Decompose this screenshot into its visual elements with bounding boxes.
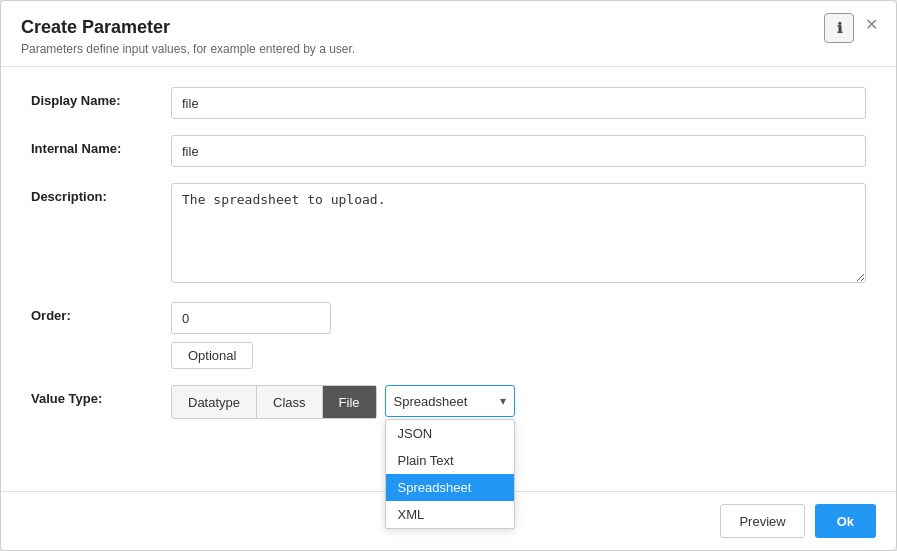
display-name-row: Display Name: [31,87,866,119]
preview-button[interactable]: Preview [720,504,804,538]
order-label: Order: [31,302,171,323]
dropdown-selected-value: Spreadsheet [394,394,496,409]
create-parameter-dialog: Create Parameter Parameters define input… [0,0,897,551]
order-control: Optional [171,302,866,369]
order-input[interactable] [171,302,331,334]
close-icon: ✕ [865,15,878,34]
dialog-header: Create Parameter Parameters define input… [1,1,896,67]
info-icon: ℹ [837,20,842,36]
file-type-dropdown-wrap: Spreadsheet ▾ JSON Plain Text Spreadshee… [385,385,515,417]
internal-name-label: Internal Name: [31,135,171,156]
info-button[interactable]: ℹ [824,13,854,43]
value-type-tabs: Datatype Class File [171,385,377,419]
ok-button[interactable]: Ok [815,504,876,538]
tab-file[interactable]: File [323,386,376,418]
dropdown-item-json[interactable]: JSON [386,420,514,447]
tab-datatype[interactable]: Datatype [172,386,257,418]
display-name-input[interactable] [171,87,866,119]
chevron-down-icon: ▾ [500,394,506,408]
dropdown-menu: JSON Plain Text Spreadsheet XML [385,419,515,529]
description-textarea[interactable] [171,183,866,283]
description-label: Description: [31,183,171,204]
dropdown-item-xml[interactable]: XML [386,501,514,528]
internal-name-control [171,135,866,167]
tab-class[interactable]: Class [257,386,323,418]
description-control [171,183,866,286]
display-name-control [171,87,866,119]
dialog-body: Display Name: Internal Name: Description… [1,67,896,491]
internal-name-row: Internal Name: [31,135,866,167]
close-button[interactable]: ✕ [860,13,882,35]
dialog-title: Create Parameter [21,17,876,38]
description-row: Description: [31,183,866,286]
dropdown-item-spreadsheet[interactable]: Spreadsheet [386,474,514,501]
value-type-control: Datatype Class File Spreadsheet ▾ JSON P… [171,385,866,419]
internal-name-input[interactable] [171,135,866,167]
optional-button[interactable]: Optional [171,342,253,369]
dropdown-item-plain-text[interactable]: Plain Text [386,447,514,474]
value-type-label: Value Type: [31,385,171,406]
dropdown-trigger[interactable]: Spreadsheet ▾ [385,385,515,417]
order-row: Order: Optional [31,302,866,369]
dialog-subtitle: Parameters define input values, for exam… [21,42,876,56]
display-name-label: Display Name: [31,87,171,108]
value-type-row: Value Type: Datatype Class File Spreadsh… [31,385,866,419]
